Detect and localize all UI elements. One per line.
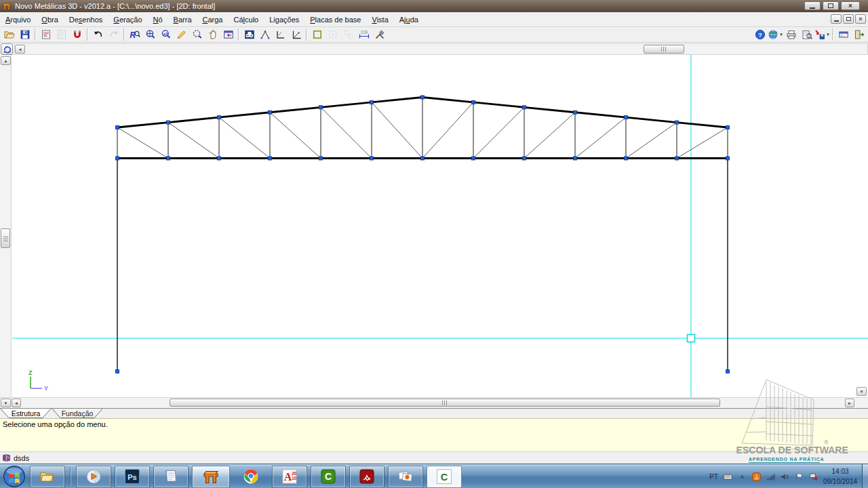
java-tray-icon[interactable]: [752, 472, 761, 481]
truss-diagonal-member[interactable]: [321, 107, 372, 158]
structure-node[interactable]: [370, 100, 374, 104]
structure-node[interactable]: [625, 116, 628, 119]
truss-top-chord[interactable]: [321, 102, 372, 107]
web-button[interactable]: ▼: [768, 28, 783, 41]
structure-node[interactable]: [319, 106, 323, 109]
taskbar-chrome-button[interactable]: [233, 466, 269, 488]
text-frame-button[interactable]: [309, 28, 325, 41]
close-button[interactable]: ×: [841, 1, 860, 10]
structure-node[interactable]: [167, 157, 170, 160]
edit-zoom-button[interactable]: [174, 28, 189, 41]
grid-selection-button[interactable]: [340, 28, 356, 41]
taskbar-metalicas-3d-button[interactable]: [192, 466, 230, 488]
undo-button[interactable]: [90, 28, 106, 41]
menu-item-carga[interactable]: Carga: [197, 14, 229, 26]
truss-top-chord[interactable]: [473, 102, 524, 107]
menu-item-calculo[interactable]: Cálculo: [229, 14, 264, 26]
menu-item-desenhos[interactable]: Desenhos: [64, 14, 108, 26]
truss-diagonal-member[interactable]: [168, 123, 219, 159]
structure-node[interactable]: [116, 126, 119, 129]
top-scrollbar-thumb[interactable]: [644, 45, 684, 54]
tab-fundacao-label[interactable]: Fundação: [62, 409, 94, 418]
search-button[interactable]: [241, 28, 257, 41]
selection-box-button[interactable]: [325, 28, 340, 41]
truss-top-chord[interactable]: [626, 117, 677, 122]
structure-node[interactable]: [269, 157, 272, 160]
truss-top-chord[interactable]: [677, 123, 728, 127]
rotate-view-button[interactable]: [1, 43, 13, 55]
language-indicator[interactable]: PT: [709, 473, 718, 481]
truss-diagonal-member[interactable]: [422, 102, 473, 159]
structure-node[interactable]: [472, 157, 475, 160]
structure-node[interactable]: [523, 106, 526, 109]
measure-button[interactable]: 1.234: [356, 28, 372, 41]
truss-diagonal-member[interactable]: [270, 113, 321, 159]
structure-node[interactable]: [726, 126, 730, 129]
truss-diagonal-member[interactable]: [473, 107, 524, 158]
taskbar-notepad-button[interactable]: [153, 466, 189, 488]
menu-item-geracao[interactable]: Geração: [108, 14, 147, 26]
bottom-scrollbar-thumb[interactable]: [170, 399, 720, 407]
menu-item-placas-de-base[interactable]: Placas de base: [304, 14, 366, 26]
structure-node[interactable]: [269, 110, 272, 114]
scroll-up-icon[interactable]: ▲: [1, 56, 11, 65]
taskbar-media-player-button[interactable]: [76, 466, 111, 488]
zoom-all-button[interactable]: [142, 28, 158, 41]
menu-item-obra[interactable]: Obra: [36, 14, 63, 26]
truss-top-chord[interactable]: [117, 123, 168, 127]
truss-diagonal-member[interactable]: [117, 127, 168, 159]
zoom-x2-button[interactable]: x2: [158, 28, 174, 41]
ortho-button[interactable]: [273, 28, 288, 41]
truss-diagonal-member[interactable]: [575, 117, 626, 158]
menu-item-barra[interactable]: Barra: [168, 14, 197, 26]
structure-node[interactable]: [319, 157, 323, 160]
scroll-left-icon[interactable]: ◄: [15, 45, 25, 54]
structure-node[interactable]: [726, 370, 730, 373]
axes-button[interactable]: [288, 28, 304, 41]
structure-node[interactable]: [218, 116, 221, 119]
structure-node[interactable]: [421, 157, 425, 160]
previous-view-button[interactable]: [220, 28, 236, 41]
dxf-layers-button[interactable]: [54, 28, 69, 41]
menu-item-no[interactable]: Nó: [148, 14, 168, 26]
structure-node[interactable]: [370, 157, 374, 160]
start-button[interactable]: [3, 465, 26, 488]
truss-top-chord[interactable]: [524, 107, 575, 112]
bottom-horizontal-scrollbar[interactable]: ▼ ◄ ►: [0, 397, 868, 408]
redo-button[interactable]: [106, 28, 121, 41]
signal-strength-icon[interactable]: [766, 472, 775, 481]
structure-node[interactable]: [116, 370, 119, 373]
structure-node[interactable]: [523, 157, 526, 160]
scroll-left-icon[interactable]: ◄: [12, 399, 21, 407]
show-hidden-icons-icon[interactable]: [738, 472, 747, 481]
save-button[interactable]: [17, 28, 33, 41]
volume-icon[interactable]: [781, 472, 789, 481]
scroll-down-icon[interactable]: ▼: [1, 399, 11, 407]
taskbar-camtasia-recorder-button[interactable]: C: [427, 466, 462, 488]
truss-diagonal-member[interactable]: [677, 127, 728, 159]
redraw-button[interactable]: R: [127, 28, 142, 41]
zoom-window-button[interactable]: [189, 28, 205, 41]
restore-button[interactable]: [823, 1, 839, 10]
truss-diagonal-member[interactable]: [219, 117, 270, 158]
structure-node[interactable]: [421, 96, 425, 99]
truss-top-chord[interactable]: [270, 107, 321, 112]
show-desktop-button[interactable]: [862, 464, 868, 488]
taskbar-autocad-button[interactable]: A2010: [272, 466, 307, 488]
tools-button[interactable]: [372, 28, 387, 41]
pan-button[interactable]: [205, 28, 220, 41]
taskbar-photoshop-button[interactable]: Ps: [115, 466, 150, 488]
print-button[interactable]: [783, 28, 799, 41]
scroll-right-icon[interactable]: ►: [845, 399, 854, 407]
taskbar-camtasia-button[interactable]: C: [311, 466, 346, 488]
truss-diagonal-member[interactable]: [372, 102, 422, 159]
left-scrollbar-thumb[interactable]: [1, 228, 10, 248]
minimize-button[interactable]: [804, 1, 821, 10]
structure-node[interactable]: [675, 157, 679, 160]
mdi-minimize-button[interactable]: [831, 14, 842, 24]
truss-top-chord[interactable]: [422, 98, 473, 102]
structure-node[interactable]: [574, 157, 577, 160]
object-snap-button[interactable]: [69, 28, 85, 41]
clock[interactable]: 14:03 09/10/2014: [821, 466, 860, 487]
structure-node[interactable]: [726, 157, 730, 160]
